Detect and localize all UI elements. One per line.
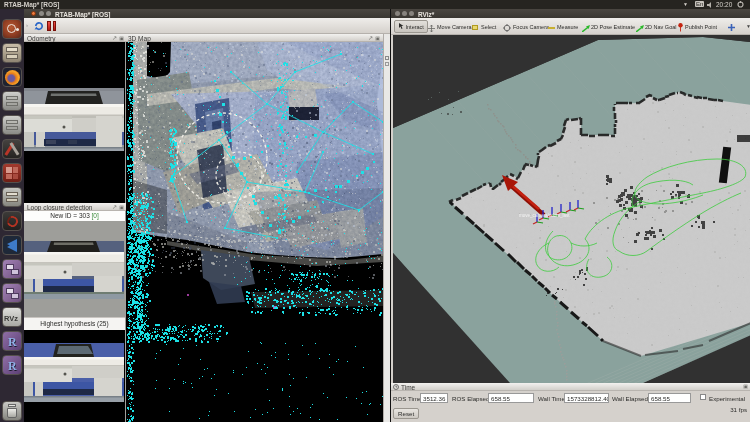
svg-text:move_camera/odom_last: move_camera/odom_last <box>519 213 570 218</box>
